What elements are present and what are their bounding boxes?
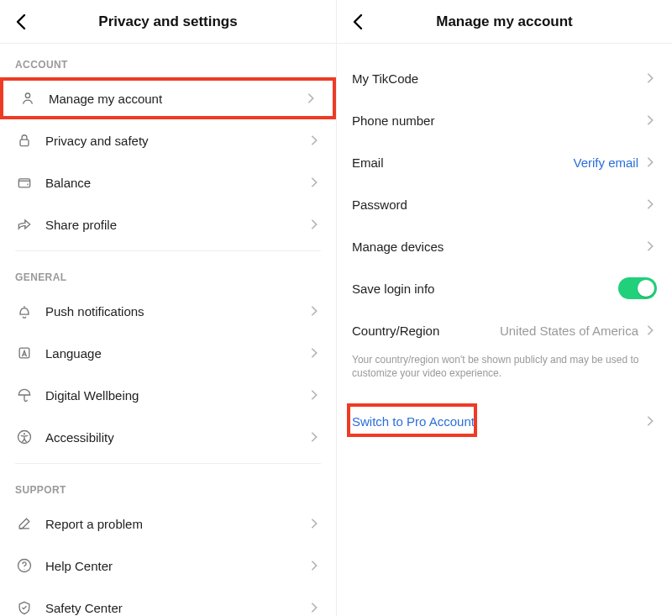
row-label: Privacy and safety [45,134,307,148]
pane-manage-account: Manage my account My TikCode Phone numbe… [336,0,672,616]
svg-point-0 [25,93,29,97]
section-label-account: ACCOUNT [0,44,336,77]
row-balance[interactable]: Balance [0,161,336,203]
row-label: Country/Region [352,324,500,338]
row-label: Email [352,155,573,170]
divider [15,463,321,464]
chevron-right-icon [307,430,321,444]
chevron-right-icon [643,240,657,253]
header-title-left: Privacy and settings [98,13,237,30]
header-title-right: Manage my account [436,13,573,30]
bell-icon [15,302,34,320]
row-label: Push notifications [45,304,307,319]
back-button-left[interactable] [12,12,32,32]
row-label: Manage my account [49,92,304,106]
umbrella-icon [15,386,34,404]
row-label: My TikCode [352,71,643,86]
row-push-notifications[interactable]: Push notifications [0,290,336,332]
chevron-right-icon [643,113,657,127]
row-label: Language [45,346,307,361]
row-language[interactable]: Language [0,332,336,374]
pencil-icon [15,514,34,533]
row-label: Safety Center [45,601,307,615]
chevron-right-icon [307,176,321,189]
accessibility-icon [15,428,34,446]
chevron-right-icon [643,324,657,337]
back-button-right[interactable] [349,12,369,32]
svg-point-3 [28,184,29,185]
row-label: Accessibility [45,430,307,445]
chevron-right-icon [304,92,318,105]
chevron-right-icon [307,134,321,147]
section-label-support: SUPPORT [0,469,336,503]
svg-point-8 [24,569,25,570]
section-label-general: GENERAL [0,256,336,290]
row-help-center[interactable]: Help Center [0,545,336,587]
header-left: Privacy and settings [0,0,336,44]
chevron-left-icon [12,12,32,32]
shield-icon [15,598,34,616]
chevron-right-icon [307,388,321,402]
country-region-note: Your country/region won't be shown publi… [337,351,672,388]
row-label: Switch to Pro Account [352,414,643,429]
svg-point-6 [24,433,25,434]
row-report-problem[interactable]: Report a problem [0,503,336,545]
chevron-right-icon [307,601,321,614]
row-label: Digital Wellbeing [45,388,307,403]
toggle-save-login[interactable] [618,277,657,299]
row-email[interactable]: Email Verify email [337,141,672,183]
row-value-link[interactable]: Verify email [573,155,638,170]
row-label: Help Center [45,559,307,573]
chevron-right-icon [643,197,657,211]
row-switch-pro-account[interactable]: Switch to Pro Account [337,400,672,442]
row-privacy-safety[interactable]: Privacy and safety [0,119,336,161]
header-right: Manage my account [337,0,672,44]
row-value: United States of America [500,324,638,338]
row-accessibility[interactable]: Accessibility [0,416,336,458]
user-icon [18,89,37,108]
row-safety-center[interactable]: Safety Center [0,587,336,616]
pane-privacy-settings: Privacy and settings ACCOUNT Manage my a… [0,0,336,616]
row-phone-number[interactable]: Phone number [337,99,672,141]
row-save-login-info[interactable]: Save login info [337,267,672,309]
row-label: Balance [45,176,307,190]
row-my-tikcode[interactable]: My TikCode [337,57,672,99]
toggle-knob [638,280,654,297]
row-label: Report a problem [45,517,307,531]
row-label: Manage devices [352,240,643,254]
lock-icon [15,131,34,150]
chevron-left-icon [349,12,369,32]
row-label: Share profile [45,218,307,232]
svg-rect-2 [18,179,29,187]
chevron-right-icon [307,304,321,318]
language-icon [15,344,34,362]
row-label: Phone number [352,113,643,128]
question-icon [15,556,34,575]
row-digital-wellbeing[interactable]: Digital Wellbeing [0,374,336,416]
row-label: Password [352,197,643,212]
chevron-right-icon [307,346,321,360]
row-password[interactable]: Password [337,183,672,225]
row-label: Save login info [352,282,618,296]
row-share-profile[interactable]: Share profile [0,203,336,245]
row-manage-account[interactable]: Manage my account [0,77,336,119]
svg-rect-1 [20,140,29,146]
chevron-right-icon [307,218,321,231]
wallet-icon [15,173,34,192]
row-country-region[interactable]: Country/Region United States of America [337,309,672,351]
share-icon [15,215,34,234]
row-manage-devices[interactable]: Manage devices [337,225,672,267]
chevron-right-icon [643,155,657,169]
chevron-right-icon [643,414,657,428]
chevron-right-icon [643,71,657,85]
chevron-right-icon [307,517,321,530]
divider [15,250,321,251]
chevron-right-icon [307,559,321,572]
